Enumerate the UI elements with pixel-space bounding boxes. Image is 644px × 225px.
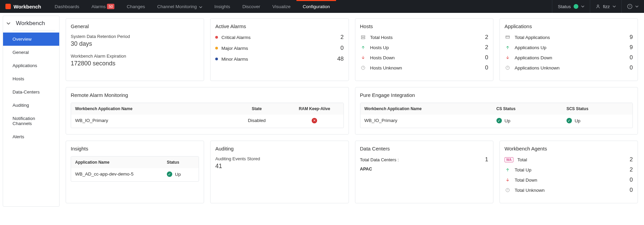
main-nav: Dashboards Alarms 50 Changes Channel Mon…	[48, 0, 336, 13]
agents-total-row: WA Total 2	[505, 156, 633, 163]
alarm-minor-row: Minor Alarms 48	[215, 56, 343, 62]
apps-down-row: Applications Down 0	[505, 54, 633, 61]
sidebar-item-general[interactable]: General	[3, 46, 59, 59]
label: Critical Alarms	[221, 35, 250, 40]
value: 0	[630, 177, 633, 183]
user-name: fizz	[603, 4, 610, 9]
label: Hosts Up	[370, 45, 389, 50]
value: 2	[485, 34, 488, 41]
nav-changes[interactable]: Changes	[120, 0, 151, 13]
cell-state: Disabled	[228, 115, 286, 128]
sidebar-header[interactable]: Workbench	[3, 16, 59, 30]
status-text: Up	[575, 118, 580, 123]
nav-channel-monitoring[interactable]: Channel Monitoring	[151, 0, 208, 13]
sidebar-item-notification-channels[interactable]: Notification Channels	[3, 112, 59, 130]
brand: Workbench	[0, 4, 48, 9]
value: 9	[630, 34, 633, 41]
label: Major Alarms	[221, 46, 248, 51]
sidebar-item-overview[interactable]: Overview	[3, 33, 59, 46]
status-menu[interactable]: Status	[552, 0, 590, 13]
user-menu[interactable]: fizz	[590, 0, 621, 13]
nav-discover[interactable]: Discover	[236, 0, 266, 13]
card-auditing: Auditing Auditing Events Stored 41	[210, 141, 349, 203]
card-title: Hosts	[360, 23, 488, 29]
card-hosts: Hosts Total Hosts 2 Hosts Up 2 Hosts Dow…	[355, 18, 493, 81]
unknown-icon: ?	[505, 188, 511, 192]
apps-icon	[505, 35, 511, 40]
nav-alarms[interactable]: Alarms 50	[85, 0, 120, 13]
card-title: Insights	[71, 146, 199, 151]
help-icon: ?	[627, 4, 632, 9]
col-cs-status: CS Status	[492, 103, 562, 115]
cell-keepalive	[286, 115, 343, 128]
alarm-major-row: Major Alarms 0	[215, 45, 343, 52]
apps-total-row: Total Applications 9	[505, 34, 633, 41]
card-title: Active Alarms	[215, 23, 343, 29]
arrow-down-icon	[505, 55, 511, 60]
card-title: Pure Engage Integration	[360, 92, 633, 98]
svg-rect-3	[361, 36, 365, 37]
chevron-down-icon	[199, 4, 202, 9]
hosts-up-row: Hosts Up 2	[360, 44, 488, 51]
value: 48	[337, 56, 344, 62]
value: 2	[340, 34, 343, 41]
agents-unknown-row: ? Total Unknown 0	[505, 187, 633, 193]
card-pure-engage-integration: Pure Engage Integration Workbench Applic…	[355, 87, 638, 135]
arrow-up-icon	[360, 45, 366, 50]
divider	[13, 30, 55, 30]
value: 1	[485, 156, 488, 163]
label: Applications Unknown	[515, 65, 560, 70]
sidebar-item-auditing[interactable]: Auditing	[3, 99, 59, 112]
card-remote-alarm-monitoring: Remote Alarm Monitoring Workbench Applic…	[66, 87, 349, 135]
dot-icon	[215, 36, 218, 39]
dc-total-row: Total Data Centers : 1	[360, 156, 488, 163]
value: 2	[630, 156, 633, 163]
cell-scs: Up	[562, 115, 632, 128]
nav-dashboards[interactable]: Dashboards	[48, 0, 85, 13]
sidebar-item-data-centers[interactable]: Data-Centers	[3, 85, 59, 99]
brand-icon	[5, 4, 11, 9]
table-row: WB_IO_Primary Up Up	[360, 115, 633, 128]
sidebar: Workbench Overview General Applications …	[3, 16, 60, 207]
card-title: Auditing	[215, 146, 343, 151]
nav-configuration[interactable]: Configuration	[296, 0, 336, 13]
expiration-value: 172800 seconds	[71, 60, 199, 67]
nav-visualize[interactable]: Visualize	[266, 0, 297, 13]
label: Total Up	[515, 167, 532, 172]
error-icon	[312, 118, 317, 123]
retention-value: 30 days	[71, 40, 199, 47]
agents-up-row: Total Up 2	[505, 166, 633, 173]
help-menu[interactable]: ?	[621, 0, 644, 13]
label: Total Down	[515, 178, 537, 183]
hosts-down-row: Hosts Down 0	[360, 54, 488, 61]
agents-down-row: Total Down 0	[505, 177, 633, 183]
nav-insights[interactable]: Insights	[208, 0, 237, 13]
label: Total Hosts	[370, 35, 393, 40]
card-title: Remote Alarm Monitoring	[71, 92, 344, 98]
nav-alarms-badge: 50	[107, 4, 114, 9]
label: Total	[517, 157, 527, 162]
value: 0	[630, 64, 633, 71]
svg-text:?: ?	[629, 5, 631, 8]
sidebar-item-applications[interactable]: Applications	[3, 59, 59, 72]
card-title: Workbench Agents	[505, 146, 633, 151]
col-app-name: Workbench Application Name	[360, 103, 492, 115]
card-general: General System Data Retention Period 30 …	[66, 18, 204, 81]
col-status: Status	[163, 157, 199, 168]
label: Total Applications	[515, 35, 550, 40]
sidebar-item-hosts[interactable]: Hosts	[3, 72, 59, 85]
card-insights: Insights Application Name Status WB_AD_c…	[66, 141, 204, 203]
sidebar-item-alerts[interactable]: Alerts	[3, 130, 59, 143]
svg-point-0	[597, 5, 599, 6]
label: Applications Down	[515, 55, 552, 60]
card-title: Applications	[505, 23, 633, 29]
pei-table: Workbench Application Name CS Status SCS…	[360, 103, 633, 128]
value: 0	[630, 54, 633, 61]
table-row: WB_AD_cc-app-dev-demo-5 Up	[71, 168, 199, 181]
svg-text:?: ?	[362, 66, 364, 69]
unknown-icon: ?	[360, 65, 366, 70]
nav-discover-label: Discover	[242, 4, 260, 9]
card-workbench-agents: Workbench Agents WA Total 2 Total Up 2 T…	[499, 141, 638, 203]
label: Hosts Unknown	[370, 65, 402, 70]
ram-table: Workbench Application Name State RAM Kee…	[71, 103, 344, 128]
